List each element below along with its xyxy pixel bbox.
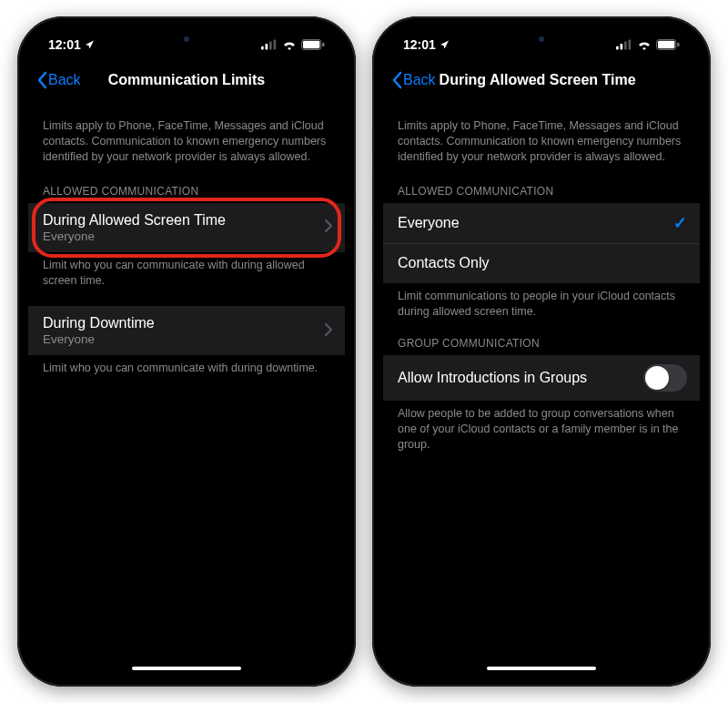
content: Limits apply to Phone, FaceTime, Message… xyxy=(28,104,345,676)
intro-text: Limits apply to Phone, FaceTime, Message… xyxy=(383,118,700,185)
row-during-downtime[interactable]: During Downtime Everyone xyxy=(28,306,345,355)
svg-rect-2 xyxy=(269,41,272,49)
back-label: Back xyxy=(403,72,436,88)
status-time: 12:01 xyxy=(48,37,81,52)
toggle-knob xyxy=(645,366,669,390)
option-contacts-only[interactable]: Contacts Only xyxy=(383,243,700,283)
cellular-icon xyxy=(261,39,278,50)
phone-mockup-right: 12:01 Back During Allowed Screen Time Li… xyxy=(372,16,711,687)
nav-bar: Back During Allowed Screen Time xyxy=(383,62,700,98)
phone-mockup-left: 12:01 Back Communication Limits Limits a… xyxy=(17,16,356,687)
option-label: Contacts Only xyxy=(398,255,489,271)
svg-rect-5 xyxy=(303,41,319,48)
content: Limits apply to Phone, FaceTime, Message… xyxy=(383,104,700,676)
svg-rect-9 xyxy=(624,41,627,49)
row-during-allowed-screen-time[interactable]: During Allowed Screen Time Everyone xyxy=(28,203,345,252)
status-time: 12:01 xyxy=(403,37,436,52)
option-label: Everyone xyxy=(398,215,460,231)
svg-rect-12 xyxy=(658,41,674,48)
svg-rect-8 xyxy=(621,44,623,49)
svg-rect-10 xyxy=(629,40,632,50)
svg-rect-6 xyxy=(322,43,324,47)
page-title: During Allowed Screen Time xyxy=(440,72,636,88)
row-allow-introductions[interactable]: Allow Introductions in Groups xyxy=(383,355,700,401)
cellular-icon xyxy=(616,39,632,50)
home-indicator[interactable] xyxy=(132,667,241,670)
battery-icon xyxy=(301,39,325,50)
row-title: During Downtime xyxy=(43,315,155,331)
svg-rect-7 xyxy=(616,46,619,50)
svg-rect-3 xyxy=(274,40,277,50)
wifi-icon xyxy=(282,39,297,50)
row-title: During Allowed Screen Time xyxy=(43,212,226,229)
checkmark-icon: ✓ xyxy=(673,213,687,233)
toggle-label: Allow Introductions in Groups xyxy=(398,370,587,386)
section-header-allowed: ALLOWED COMMUNICATION xyxy=(383,185,700,203)
back-label: Back xyxy=(48,72,81,88)
intro-text: Limits apply to Phone, FaceTime, Message… xyxy=(28,118,345,185)
location-arrow-icon xyxy=(440,39,450,50)
svg-rect-1 xyxy=(266,44,268,49)
chevron-right-icon xyxy=(325,323,332,339)
section-header-group: GROUP COMMUNICATION xyxy=(383,337,700,355)
screen-right: 12:01 Back During Allowed Screen Time Li… xyxy=(383,27,700,676)
chevron-right-icon xyxy=(325,219,332,235)
row-footer: Limit who you can communicate with durin… xyxy=(28,355,345,394)
option-everyone[interactable]: Everyone ✓ xyxy=(383,203,700,243)
section-footer: Limit communications to people in your i… xyxy=(383,283,700,338)
nav-bar: Back Communication Limits xyxy=(28,62,345,98)
row-subtitle: Everyone xyxy=(43,332,155,346)
section-header-allowed: ALLOWED COMMUNICATION xyxy=(28,185,345,203)
wifi-icon xyxy=(637,39,652,50)
svg-rect-0 xyxy=(261,46,264,50)
battery-icon xyxy=(656,39,680,50)
notch xyxy=(109,27,264,51)
row-subtitle: Everyone xyxy=(43,229,226,243)
back-button[interactable]: Back xyxy=(35,71,81,89)
screen-left: 12:01 Back Communication Limits Limits a… xyxy=(28,27,345,676)
toggle-switch[interactable] xyxy=(643,364,687,392)
home-indicator[interactable] xyxy=(487,667,596,670)
section-footer: Allow people to be added to group conver… xyxy=(383,401,700,471)
back-button[interactable]: Back xyxy=(390,71,436,89)
location-arrow-icon xyxy=(85,39,96,50)
svg-rect-13 xyxy=(677,43,679,47)
notch xyxy=(464,27,619,51)
row-footer: Limit who you can communicate with durin… xyxy=(28,252,345,307)
